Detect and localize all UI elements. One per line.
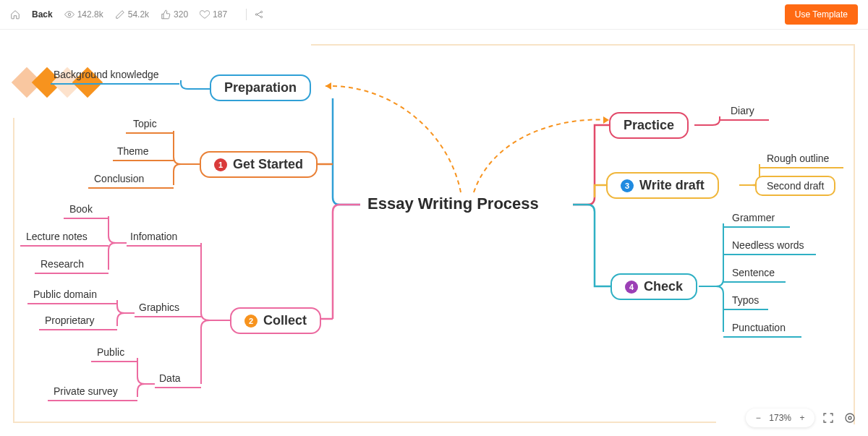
svg-point-2	[260, 11, 262, 12]
leaf-public-domain[interactable]: Public domain	[33, 288, 97, 300]
svg-point-0	[68, 13, 71, 16]
svg-point-3	[260, 16, 262, 17]
leaf-punctuation[interactable]: Punctuation	[732, 322, 786, 333]
likes-stat[interactable]: 320	[161, 9, 188, 20]
svg-point-1	[255, 14, 257, 15]
fullscreen-icon[interactable]	[820, 410, 836, 426]
zoom-in-button[interactable]: +	[796, 411, 809, 424]
leaf-grammar[interactable]: Grammer	[732, 212, 775, 223]
home-icon[interactable]	[10, 9, 20, 20]
node-practice[interactable]: Practice	[609, 112, 689, 139]
node-label: Check	[644, 279, 683, 294]
node-preparation[interactable]: Preparation	[210, 74, 311, 101]
leaf-second-draft[interactable]: Second draft	[755, 176, 835, 196]
badge-2: 2	[244, 315, 258, 328]
leaf-typos[interactable]: Typos	[732, 294, 759, 306]
subnode-data[interactable]: Data	[159, 372, 181, 384]
views-stat: 142.8k	[64, 9, 103, 20]
node-label: Write draft	[639, 178, 705, 193]
likes-count: 320	[174, 9, 188, 20]
edits-count: 54.2k	[128, 9, 149, 20]
node-label: Collect	[263, 313, 307, 328]
svg-point-7	[846, 414, 854, 422]
divider	[246, 9, 247, 20]
recenter-icon[interactable]	[842, 410, 858, 426]
leaf-sentence[interactable]: Sentence	[732, 267, 775, 278]
leaf-private-survey[interactable]: Private survey	[54, 385, 118, 397]
back-button[interactable]: Back	[32, 9, 53, 20]
leaf-conclusion[interactable]: Conclusion	[94, 173, 144, 184]
leaf-lecture[interactable]: Lecture notes	[26, 231, 88, 242]
central-topic[interactable]: Essay Writing Process	[367, 195, 539, 213]
node-get-started[interactable]: 1Get Started	[200, 151, 318, 178]
badge-4: 4	[625, 281, 638, 294]
views-count: 142.8k	[77, 9, 103, 20]
leaf-research[interactable]: Research	[41, 258, 84, 270]
subnode-graphics[interactable]: Graphics	[139, 302, 179, 313]
leaf-diary[interactable]: Diary	[731, 105, 754, 116]
subnode-information[interactable]: Infomation	[130, 231, 177, 242]
leaf-proprietary[interactable]: Proprietary	[45, 315, 94, 326]
svg-marker-5	[603, 116, 609, 124]
leaf-topic[interactable]: Topic	[133, 118, 157, 129]
favs-count: 187	[213, 9, 227, 20]
use-template-button[interactable]: Use Template	[785, 4, 858, 25]
node-label: Preparation	[224, 80, 297, 95]
zoom-percent: 173%	[769, 413, 791, 423]
zoom-out-button[interactable]: −	[752, 411, 765, 424]
edits-stat: 54.2k	[115, 9, 149, 20]
node-write-draft[interactable]: 3Write draft	[606, 172, 719, 199]
leaf-rough-outline[interactable]: Rough outline	[767, 153, 829, 164]
node-collect[interactable]: 2Collect	[230, 307, 321, 334]
node-check[interactable]: 4Check	[610, 273, 697, 300]
leaf-public[interactable]: Public	[97, 346, 124, 358]
node-label: Second draft	[767, 180, 824, 192]
leaf-background-knowledge[interactable]: Background knowledge	[54, 69, 159, 80]
svg-point-6	[848, 416, 851, 419]
favs-stat[interactable]: 187	[200, 9, 227, 20]
badge-3: 3	[621, 179, 634, 192]
zoom-control: − 173% +	[746, 409, 814, 427]
leaf-needless-words[interactable]: Needless words	[732, 239, 804, 251]
svg-marker-4	[326, 82, 331, 90]
badge-1: 1	[214, 158, 227, 171]
node-label: Get Started	[233, 157, 303, 172]
share-icon[interactable]	[254, 9, 264, 20]
leaf-book[interactable]: Book	[69, 203, 93, 215]
leaf-theme[interactable]: Theme	[117, 145, 149, 157]
node-label: Practice	[624, 118, 674, 133]
